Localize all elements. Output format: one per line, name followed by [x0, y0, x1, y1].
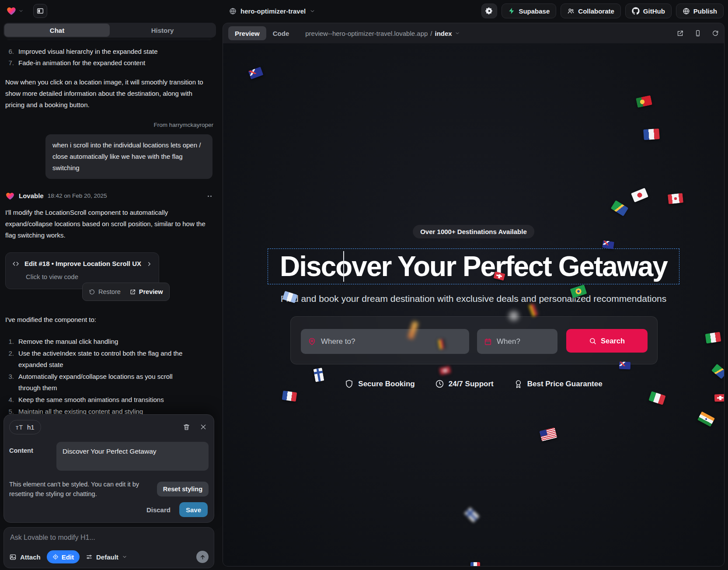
collaborate-label: Collaborate — [578, 7, 614, 15]
top-bar: hero-optimizer-travel Supabase Collabora… — [0, 0, 728, 22]
sidebar-toggle-button[interactable] — [33, 4, 47, 18]
globe-icon — [683, 7, 690, 15]
selected-h1-element[interactable]: Discover Your Perfect Getaway — [268, 249, 679, 284]
message-menu-button[interactable] — [206, 194, 213, 199]
list-number: 7. — [5, 57, 14, 69]
award-icon — [514, 379, 523, 388]
users-icon — [567, 7, 575, 15]
preview-url[interactable]: preview--hero-optimizer-travel.lovable.a… — [305, 30, 460, 37]
feature-best-price: Best Price Guarantee — [514, 379, 603, 388]
list-number: 3. — [5, 371, 14, 394]
mobile-view-button[interactable] — [694, 30, 701, 37]
url-host: preview--hero-optimizer-travel.lovable.a… — [305, 30, 428, 37]
finland-flag — [313, 367, 324, 382]
portugal-flag — [636, 95, 652, 108]
message-author-label: From harrymckayroper — [5, 119, 213, 131]
tab-code[interactable]: Code — [266, 26, 296, 40]
preview-toolbar: Preview Code preview--hero-optimizer-tra… — [223, 23, 724, 43]
hero-title[interactable]: Discover Your Perfect Getaway — [280, 250, 667, 283]
glowwhite-flag — [506, 308, 521, 323]
tab-chat[interactable]: Chat — [4, 24, 110, 37]
selected-element-pill[interactable]: тT h1 — [9, 420, 41, 434]
restore-preview-toolbar: Restore Preview — [82, 283, 170, 301]
reset-styling-button[interactable]: Reset styling — [157, 482, 209, 497]
content-field-label: Content — [9, 442, 56, 471]
clock-icon — [435, 379, 444, 388]
save-button[interactable]: Save — [179, 502, 208, 517]
france-flag — [282, 391, 297, 402]
shield-icon — [345, 379, 354, 388]
styling-note: This element can't be styled. You can ed… — [9, 479, 145, 499]
assistant-list-improvements: 6. Improved visual hierarchy in the expa… — [5, 46, 213, 69]
project-switcher[interactable]: hero-optimizer-travel — [229, 0, 315, 22]
github-button[interactable]: GitHub — [625, 3, 672, 18]
assistant-header: Lovable 18:42 on Feb 20, 2025 — [5, 190, 213, 202]
settings-button[interactable] — [481, 3, 497, 18]
edit-mode-button[interactable]: Edit — [47, 550, 80, 563]
search-bar-container: Where to? When? Search — [290, 316, 658, 364]
chevron-down-icon — [455, 31, 460, 36]
attach-button[interactable]: Attach — [9, 553, 41, 561]
date-input[interactable]: When? — [477, 329, 557, 354]
feature-label: Secure Booking — [358, 380, 415, 388]
mexico-flag — [648, 391, 665, 405]
chat-composer: Attach Edit Default — [3, 527, 214, 568]
list-text: Automatically expand/collapse locations … — [18, 371, 193, 394]
australia-flag — [248, 66, 263, 79]
mode-select[interactable]: Default — [86, 553, 127, 561]
tab-history[interactable]: History — [110, 24, 215, 37]
preview-label: Preview — [139, 286, 163, 297]
site-canvas: Over 1000+ Destinations Available Discov… — [223, 43, 724, 566]
sidebar-tabs: Chat History — [3, 23, 216, 38]
southafrica-flag — [611, 200, 628, 217]
france-flag — [470, 562, 480, 566]
restore-icon — [89, 289, 95, 295]
search-label: Search — [601, 337, 625, 345]
panel-left-icon — [36, 7, 44, 15]
list-text: Improved visual hierarchy in the expande… — [18, 46, 158, 57]
open-in-new-tab-button[interactable] — [676, 30, 684, 37]
delete-element-button[interactable] — [183, 423, 190, 431]
newzealand-flag — [602, 240, 614, 249]
lovable-logo-icon — [6, 6, 17, 16]
supabase-button[interactable]: Supabase — [502, 3, 556, 18]
chevron-right-icon — [146, 261, 153, 267]
tab-preview[interactable]: Preview — [228, 26, 266, 40]
user-message-bubble: when i scroll into the individual locati… — [45, 134, 212, 179]
url-separator: / — [430, 30, 432, 37]
france-flag — [643, 129, 660, 140]
selected-element-tag: h1 — [27, 423, 35, 431]
logo-chevron-down-icon[interactable] — [18, 8, 24, 14]
list-number: 2. — [5, 348, 14, 371]
assistant-steps-list: 1. Remove the manual click handling 2. U… — [5, 336, 213, 417]
send-button[interactable] — [196, 551, 209, 563]
japan-flag — [631, 188, 648, 202]
close-panel-button[interactable] — [200, 423, 207, 431]
calendar-icon — [484, 338, 492, 346]
list-text: Use the activeIndex state to control bot… — [18, 348, 193, 371]
project-globe-icon — [229, 7, 237, 15]
search-button[interactable]: Search — [566, 329, 648, 353]
refresh-button[interactable] — [712, 30, 719, 37]
destination-placeholder: Where to? — [321, 337, 355, 346]
content-input[interactable]: Discover Your Perfect Getaway — [56, 442, 209, 471]
feature-label: Best Price Guarantee — [527, 380, 603, 388]
list-item: 1. Remove the manual click handling — [5, 336, 213, 347]
destinations-badge: Over 1000+ Destinations Available — [413, 225, 534, 238]
mode-label: Default — [96, 553, 118, 561]
list-item: 6. Improved visual hierarchy in the expa… — [5, 46, 213, 57]
preview-panel: Preview Code preview--hero-optimizer-tra… — [223, 23, 725, 567]
publish-label: Publish — [693, 7, 717, 15]
finland-flag — [464, 507, 479, 522]
discard-button[interactable]: Discard — [146, 506, 171, 514]
composer-input[interactable] — [10, 534, 208, 542]
publish-button[interactable]: Publish — [676, 3, 724, 18]
project-chevron-down-icon — [310, 8, 315, 14]
collaborate-button[interactable]: Collaborate — [561, 3, 621, 18]
preview-edit-button[interactable]: Preview — [129, 286, 163, 297]
url-page: index — [435, 30, 452, 37]
crosshair-icon — [52, 554, 59, 560]
southafrica-flag — [711, 364, 724, 379]
usa-flag — [540, 427, 557, 441]
restore-button[interactable]: Restore — [89, 286, 121, 297]
